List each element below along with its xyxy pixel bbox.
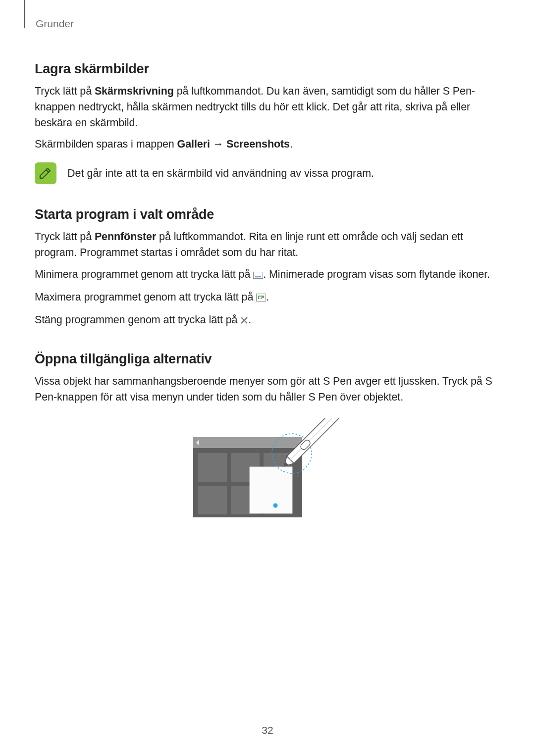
minimize-icon <box>253 268 263 284</box>
para-oppna-1: Vissa objekt har sammanhangsberoende men… <box>35 374 500 405</box>
maximize-icon <box>256 291 266 306</box>
text: → <box>210 138 226 150</box>
bold-galleri: Galleri <box>177 138 210 150</box>
para-lagra-1: Tryck lätt på Skärmskrivning på luftkomm… <box>35 84 500 131</box>
heading-oppna: Öppna tillgängliga alternativ <box>35 352 500 367</box>
heading-lagra: Lagra skärmbilder <box>35 61 500 77</box>
section-label: Grunder <box>36 18 500 30</box>
note-icon <box>35 162 56 184</box>
close-icon <box>240 313 248 329</box>
spen-illustration <box>193 418 342 522</box>
para-lagra-2: Skärmbilden sparas i mappen Galleri → Sc… <box>35 137 500 152</box>
gap <box>35 335 500 352</box>
svg-rect-8 <box>193 437 302 448</box>
svg-point-16 <box>273 503 278 507</box>
text: Minimera programmet genom att trycka lät… <box>35 268 253 280</box>
text: Tryck lätt på <box>35 231 95 243</box>
bold-skarmskrivning: Skärmskrivning <box>95 85 174 97</box>
manual-page: Grunder Lagra skärmbilder Tryck lätt på … <box>0 0 535 756</box>
para-starta-3: Maximera programmet genom att trycka lät… <box>35 290 500 306</box>
illustration-wrap <box>35 418 500 522</box>
text: Skärmbilden sparas i mappen <box>35 138 177 150</box>
heading-starta: Starta program i valt område <box>35 207 500 222</box>
para-starta-4: Stäng programmen genom att trycka lätt p… <box>35 312 500 329</box>
para-starta-1: Tryck lätt på Pennfönster på luftkommand… <box>35 229 500 261</box>
svg-rect-0 <box>38 165 54 181</box>
bold-screenshots: Screenshots <box>226 138 290 150</box>
note-block: Det går inte att ta en skärmbild vid anv… <box>35 162 500 184</box>
text: Tryck lätt på <box>35 85 95 97</box>
text: . <box>290 138 293 150</box>
pencil-note-icon <box>37 165 54 182</box>
svg-rect-1 <box>254 272 263 278</box>
text: . <box>248 314 251 326</box>
page-number: 32 <box>0 724 535 736</box>
text: Stäng programmen genom att trycka lätt p… <box>35 314 240 326</box>
svg-rect-3 <box>257 294 266 301</box>
bold-pennfonster: Pennfönster <box>95 231 156 243</box>
svg-rect-12 <box>198 486 227 514</box>
header-rule <box>24 0 25 28</box>
para-starta-2: Minimera programmet genom att trycka lät… <box>35 267 500 284</box>
svg-rect-9 <box>198 453 227 482</box>
svg-rect-15 <box>250 467 292 513</box>
text: Maximera programmet genom att trycka lät… <box>35 291 256 303</box>
note-text: Det går inte att ta en skärmbild vid anv… <box>67 166 374 181</box>
text: . <box>266 291 269 303</box>
text: . Minimerade program visas som flytande … <box>263 268 490 280</box>
